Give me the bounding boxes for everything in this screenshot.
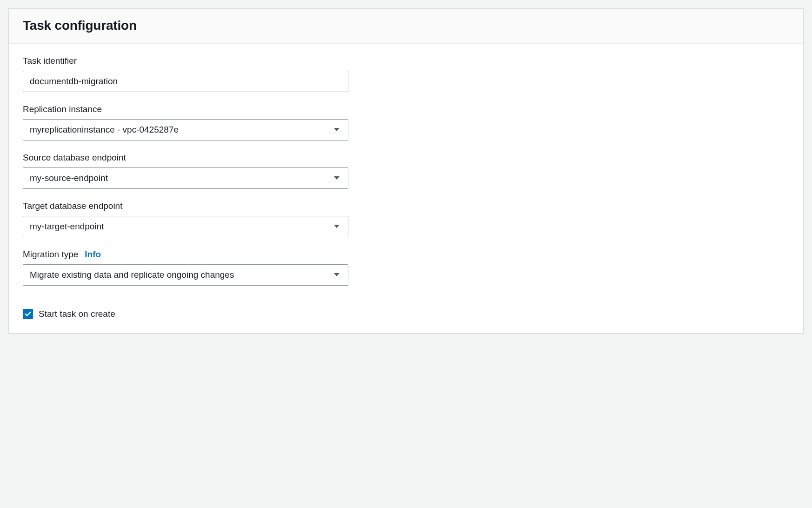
source-endpoint-value: my-source-endpoint — [30, 173, 108, 183]
task-configuration-panel: Task configuration Task identifier Repli… — [8, 8, 804, 334]
task-identifier-group: Task identifier — [23, 56, 348, 92]
source-endpoint-select[interactable]: my-source-endpoint — [23, 167, 348, 189]
replication-instance-select[interactable]: myreplicationinstance - vpc-0425287e — [23, 119, 348, 140]
start-on-create-checkbox[interactable] — [23, 309, 33, 319]
target-endpoint-select[interactable]: my-target-endpoint — [23, 216, 348, 237]
migration-type-label: Migration type — [23, 249, 78, 260]
task-identifier-input[interactable] — [23, 71, 348, 92]
target-endpoint-group: Target database endpoint my-target-endpo… — [23, 201, 348, 237]
start-on-create-label[interactable]: Start task on create — [39, 309, 115, 319]
check-icon — [25, 311, 31, 317]
panel-title: Task configuration — [23, 18, 789, 33]
replication-instance-label: Replication instance — [23, 104, 348, 114]
migration-type-value: Migrate existing data and replicate ongo… — [30, 270, 234, 280]
target-endpoint-label: Target database endpoint — [23, 201, 348, 211]
migration-type-select[interactable]: Migrate existing data and replicate ongo… — [23, 264, 348, 286]
source-endpoint-group: Source database endpoint my-source-endpo… — [23, 153, 348, 189]
task-identifier-label: Task identifier — [23, 56, 348, 66]
replication-instance-value: myreplicationinstance - vpc-0425287e — [30, 125, 179, 135]
target-endpoint-value: my-target-endpoint — [30, 221, 104, 232]
start-on-create-row: Start task on create — [23, 309, 789, 319]
migration-type-group: Migration type Info Migrate existing dat… — [23, 249, 348, 286]
migration-type-info-link[interactable]: Info — [85, 249, 101, 260]
panel-header: Task configuration — [9, 9, 803, 44]
replication-instance-group: Replication instance myreplicationinstan… — [23, 104, 348, 140]
panel-body: Task identifier Replication instance myr… — [9, 44, 803, 333]
source-endpoint-label: Source database endpoint — [23, 153, 348, 163]
